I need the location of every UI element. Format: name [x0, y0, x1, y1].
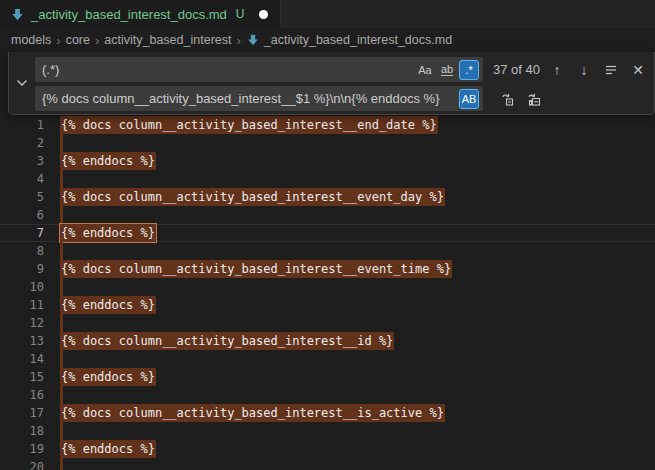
line-content[interactable]: {% docs column__activity_based_interest_… — [44, 116, 438, 134]
find-match-highlight — [60, 386, 63, 404]
editor-line: 16 — [0, 386, 655, 404]
find-match-highlight — [60, 206, 63, 224]
find-match-highlight — [60, 422, 63, 440]
tab-activity-based-interest-docs[interactable]: _activity_based_interest_docs.md U — [0, 0, 281, 28]
find-match-highlight: {% docs column__activity_based_interest_… — [60, 404, 445, 422]
line-number: 1 — [0, 116, 44, 134]
find-replace-widget: (.*) Aa ab .* 37 of 40 ↑ ↓ — [8, 52, 655, 115]
breadcrumb-item-activity_based_interest[interactable]: activity_based_interest — [104, 33, 231, 47]
line-number: 14 — [0, 350, 44, 368]
breadcrumb-item-_activity_based_interest_docs.md[interactable]: _activity_based_interest_docs.md — [246, 33, 452, 47]
line-number: 12 — [0, 314, 44, 332]
line-content[interactable] — [44, 242, 63, 260]
breadcrumb-item-core[interactable]: core — [66, 33, 90, 47]
preserve-case-button[interactable]: AB — [459, 89, 479, 109]
line-content[interactable] — [44, 170, 63, 188]
breadcrumb-item-models[interactable]: models — [11, 33, 51, 47]
editor-line: 12 — [0, 314, 655, 332]
markdown-icon — [10, 7, 25, 22]
git-status-badge: U — [236, 7, 245, 21]
line-number: 5 — [0, 188, 44, 206]
previous-match-button[interactable]: ↑ — [546, 59, 568, 81]
editor-line: 18 — [0, 422, 655, 440]
find-match-highlight: {% enddocs %} — [60, 440, 156, 458]
line-number: 3 — [0, 152, 44, 170]
editor-line: 10 — [0, 278, 655, 296]
find-in-selection-button[interactable] — [600, 59, 622, 81]
regex-button[interactable]: .* — [459, 60, 479, 80]
find-match-highlight: {% enddocs %} — [60, 152, 156, 170]
editor-line: 13 {% docs column__activity_based_intere… — [0, 332, 655, 350]
line-number: 11 — [0, 296, 44, 314]
line-content[interactable] — [44, 134, 63, 152]
next-match-button[interactable]: ↓ — [573, 59, 595, 81]
line-content[interactable] — [44, 206, 63, 224]
editor-line: 14 — [0, 350, 655, 368]
find-match-highlight: {% enddocs %} — [60, 296, 156, 314]
find-match-highlight — [60, 242, 63, 260]
find-input[interactable]: (.*) Aa ab .* — [35, 57, 483, 82]
line-content[interactable] — [44, 422, 63, 440]
line-number: 19 — [0, 440, 44, 458]
replace-all-icon — [526, 91, 542, 107]
find-match-highlight — [60, 278, 63, 296]
editor-line: 15 {% enddocs %} — [0, 368, 655, 386]
editor-line: 6 — [0, 206, 655, 224]
close-find-button[interactable]: ✕ — [627, 59, 649, 81]
editor-line: 4 — [0, 170, 655, 188]
replace-all-button[interactable] — [523, 88, 545, 110]
line-number: 9 — [0, 260, 44, 278]
line-content[interactable] — [44, 458, 63, 470]
line-content[interactable] — [44, 350, 63, 368]
find-match-highlight — [60, 170, 63, 188]
find-match-highlight: {% enddocs %} — [60, 224, 156, 242]
breadcrumb-separator-icon: › — [56, 33, 60, 48]
unsaved-dot-icon[interactable] — [259, 10, 268, 19]
line-content[interactable]: {% enddocs %} — [44, 368, 156, 386]
replace-button[interactable] — [496, 88, 518, 110]
editor-line: 9 {% docs column__activity_based_interes… — [0, 260, 655, 278]
replace-input[interactable]: {% docs column__activity_based_interest_… — [35, 86, 483, 111]
breadcrumb-label: _activity_based_interest_docs.md — [264, 33, 452, 47]
editor-area: (.*) Aa ab .* 37 of 40 ↑ ↓ — [0, 52, 655, 470]
line-number: 20 — [0, 458, 44, 470]
line-content[interactable] — [44, 314, 63, 332]
editor-line: 20 — [0, 458, 655, 470]
find-nav: ↑ ↓ ✕ — [541, 59, 649, 81]
tab-title: _activity_based_interest_docs.md — [31, 7, 227, 22]
line-number: 6 — [0, 206, 44, 224]
breadcrumb-label: activity_based_interest — [104, 33, 231, 47]
line-content[interactable]: {% enddocs %} — [44, 224, 156, 242]
editor-line: 7 {% enddocs %} — [0, 224, 655, 242]
line-content[interactable]: {% docs column__activity_based_interest_… — [44, 404, 445, 422]
editor-line: 1 {% docs column__activity_based_interes… — [0, 116, 655, 134]
breadcrumb: models›core›activity_based_interest› _ac… — [0, 28, 655, 52]
line-number: 18 — [0, 422, 44, 440]
line-content[interactable]: {% docs column__activity_based_interest_… — [44, 332, 394, 350]
find-match-highlight — [60, 350, 63, 368]
selection-lines-icon — [604, 63, 618, 77]
line-number: 8 — [0, 242, 44, 260]
line-content[interactable]: {% enddocs %} — [44, 152, 156, 170]
find-match-highlight — [60, 314, 63, 332]
line-content[interactable]: {% docs column__activity_based_interest_… — [44, 188, 445, 206]
breadcrumb-separator-icon: › — [236, 33, 240, 48]
line-content[interactable] — [44, 386, 63, 404]
line-content[interactable]: {% enddocs %} — [44, 440, 156, 458]
line-content[interactable]: {% docs column__activity_based_interest_… — [44, 260, 452, 278]
editor-line: 3 {% enddocs %} — [0, 152, 655, 170]
find-match-highlight — [60, 458, 63, 470]
whole-word-button[interactable]: ab — [437, 60, 457, 80]
editor-line: 5 {% docs column__activity_based_interes… — [0, 188, 655, 206]
editor-line: 19 {% enddocs %} — [0, 440, 655, 458]
markdown-icon — [246, 33, 260, 47]
line-content[interactable] — [44, 278, 63, 296]
match-case-button[interactable]: Aa — [415, 60, 435, 80]
find-match-highlight: {% docs column__activity_based_interest_… — [60, 332, 394, 350]
replace-actions — [491, 88, 545, 110]
replace-icon — [499, 91, 515, 107]
match-count: 37 of 40 — [493, 62, 540, 77]
chevron-down-icon — [16, 79, 28, 87]
toggle-replace-button[interactable] — [9, 52, 35, 114]
line-content[interactable]: {% enddocs %} — [44, 296, 156, 314]
